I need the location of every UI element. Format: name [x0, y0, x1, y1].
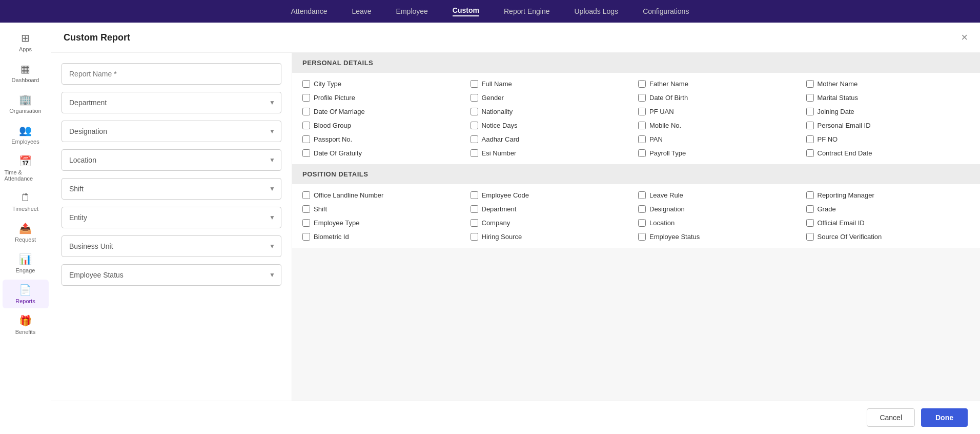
personal-checkbox-item[interactable]: Mobile No. [638, 122, 802, 129]
position-checkbox-6[interactable] [638, 205, 646, 213]
personal-checkbox-item[interactable]: Notice Days [471, 122, 635, 129]
cancel-button[interactable]: Cancel [867, 408, 915, 427]
position-checkbox-item[interactable]: Hiring Source [471, 233, 635, 241]
position-checkbox-item[interactable]: Company [471, 219, 635, 227]
nav-report-engine[interactable]: Report Engine [504, 7, 550, 15]
personal-checkbox-8[interactable] [302, 108, 310, 115]
personal-checkbox-item[interactable]: Personal Email ID [806, 122, 970, 129]
personal-checkbox-item[interactable]: Gender [471, 94, 635, 102]
personal-checkbox-item[interactable]: Date Of Marriage [302, 108, 466, 115]
position-checkbox-4[interactable] [302, 205, 310, 213]
personal-checkbox-13[interactable] [471, 122, 478, 129]
personal-checkbox-item[interactable]: Father Name [638, 80, 802, 88]
position-checkbox-1[interactable] [471, 191, 478, 199]
personal-checkbox-20[interactable] [302, 149, 310, 157]
department-select[interactable]: Department [62, 92, 281, 113]
position-checkbox-item[interactable]: Department [471, 205, 635, 213]
sidebar-item-timesheet[interactable]: 🗒 Timesheet [3, 188, 49, 216]
sidebar-item-time-attendance[interactable]: 📅 Time & Attendance [3, 151, 49, 186]
personal-checkbox-item[interactable]: PF NO [806, 135, 970, 143]
position-checkbox-item[interactable]: Leave Rule [638, 191, 802, 199]
employee-status-select[interactable]: Employee Status [62, 264, 281, 286]
position-checkbox-3[interactable] [806, 191, 814, 199]
position-checkbox-item[interactable]: Reporting Manager [806, 191, 970, 199]
personal-checkbox-item[interactable]: Payroll Type [638, 149, 802, 157]
personal-checkbox-item[interactable]: Blood Group [302, 122, 466, 129]
personal-checkbox-1[interactable] [471, 80, 478, 88]
personal-checkbox-22[interactable] [638, 149, 646, 157]
position-checkbox-12[interactable] [302, 233, 310, 241]
personal-checkbox-6[interactable] [638, 94, 646, 102]
nav-leave[interactable]: Leave [352, 7, 371, 15]
personal-checkbox-19[interactable] [806, 135, 814, 143]
personal-checkbox-7[interactable] [806, 94, 814, 102]
position-checkbox-item[interactable]: Employee Code [471, 191, 635, 199]
position-checkbox-5[interactable] [471, 205, 478, 213]
personal-checkbox-0[interactable] [302, 80, 310, 88]
nav-employee[interactable]: Employee [396, 7, 428, 15]
personal-checkbox-17[interactable] [471, 135, 478, 143]
sidebar-item-benefits[interactable]: 🎁 Benefits [3, 310, 49, 339]
personal-checkbox-12[interactable] [302, 122, 310, 129]
sidebar-item-apps[interactable]: ⊞ Apps [3, 28, 49, 56]
personal-checkbox-item[interactable]: Passport No. [302, 135, 466, 143]
personal-checkbox-item[interactable]: Date Of Birth [638, 94, 802, 102]
nav-attendance[interactable]: Attendance [291, 7, 328, 15]
report-name-input[interactable] [62, 63, 281, 85]
position-checkbox-item[interactable]: Location [638, 219, 802, 227]
personal-checkbox-item[interactable]: Date Of Gratuity [302, 149, 466, 157]
personal-checkbox-item[interactable]: PF UAN [638, 108, 802, 115]
position-checkbox-item[interactable]: Grade [806, 205, 970, 213]
personal-checkbox-10[interactable] [638, 108, 646, 115]
position-checkbox-7[interactable] [806, 205, 814, 213]
position-checkbox-item[interactable]: Employee Status [638, 233, 802, 241]
personal-checkbox-16[interactable] [302, 135, 310, 143]
position-checkbox-item[interactable]: Office Landline Number [302, 191, 466, 199]
sidebar-item-dashboard[interactable]: ▦ Dashboard [3, 58, 49, 87]
position-checkbox-13[interactable] [471, 233, 478, 241]
position-checkbox-8[interactable] [302, 219, 310, 227]
position-checkbox-2[interactable] [638, 191, 646, 199]
designation-select[interactable]: Designation [62, 121, 281, 142]
position-checkbox-item[interactable]: Shift [302, 205, 466, 213]
personal-checkbox-14[interactable] [638, 122, 646, 129]
sidebar-item-employees[interactable]: 👥 Employees [3, 120, 49, 149]
personal-checkbox-item[interactable]: PAN [638, 135, 802, 143]
personal-checkbox-item[interactable]: Nationality [471, 108, 635, 115]
sidebar-item-engage[interactable]: 📊 Engage [3, 249, 49, 278]
personal-checkbox-11[interactable] [806, 108, 814, 115]
personal-checkbox-item[interactable]: Joining Date [806, 108, 970, 115]
personal-checkbox-item[interactable]: Marital Status [806, 94, 970, 102]
nav-custom[interactable]: Custom [453, 6, 479, 16]
sidebar-item-reports[interactable]: 📄 Reports [3, 280, 49, 308]
entity-select[interactable]: Entity [62, 207, 281, 228]
personal-checkbox-item[interactable]: Contract End Date [806, 149, 970, 157]
personal-checkbox-2[interactable] [638, 80, 646, 88]
position-checkbox-15[interactable] [806, 233, 814, 241]
shift-select[interactable]: Shift [62, 178, 281, 200]
personal-checkbox-item[interactable]: Mother Name [806, 80, 970, 88]
position-checkbox-item[interactable]: Official Email ID [806, 219, 970, 227]
nav-uploads-logs[interactable]: Uploads Logs [575, 7, 619, 15]
sidebar-item-organisation[interactable]: 🏢 Organisation [3, 89, 49, 118]
position-checkbox-item[interactable]: Biometric Id [302, 233, 466, 241]
personal-checkbox-9[interactable] [471, 108, 478, 115]
position-checkbox-14[interactable] [638, 233, 646, 241]
personal-checkbox-item[interactable]: City Type [302, 80, 466, 88]
personal-checkbox-18[interactable] [638, 135, 646, 143]
position-checkbox-11[interactable] [806, 219, 814, 227]
position-checkbox-item[interactable]: Employee Type [302, 219, 466, 227]
location-select[interactable]: Location [62, 149, 281, 171]
nav-configurations[interactable]: Configurations [643, 7, 689, 15]
position-checkbox-9[interactable] [471, 219, 478, 227]
position-checkbox-10[interactable] [638, 219, 646, 227]
sidebar-item-request[interactable]: 📤 Request [3, 218, 49, 247]
personal-checkbox-21[interactable] [471, 149, 478, 157]
position-checkbox-0[interactable] [302, 191, 310, 199]
personal-checkbox-4[interactable] [302, 94, 310, 102]
personal-checkbox-23[interactable] [806, 149, 814, 157]
personal-checkbox-item[interactable]: Profile Picture [302, 94, 466, 102]
personal-checkbox-item[interactable]: Full Name [471, 80, 635, 88]
business-unit-select[interactable]: Business Unit [62, 235, 281, 257]
close-button[interactable]: × [961, 32, 968, 43]
